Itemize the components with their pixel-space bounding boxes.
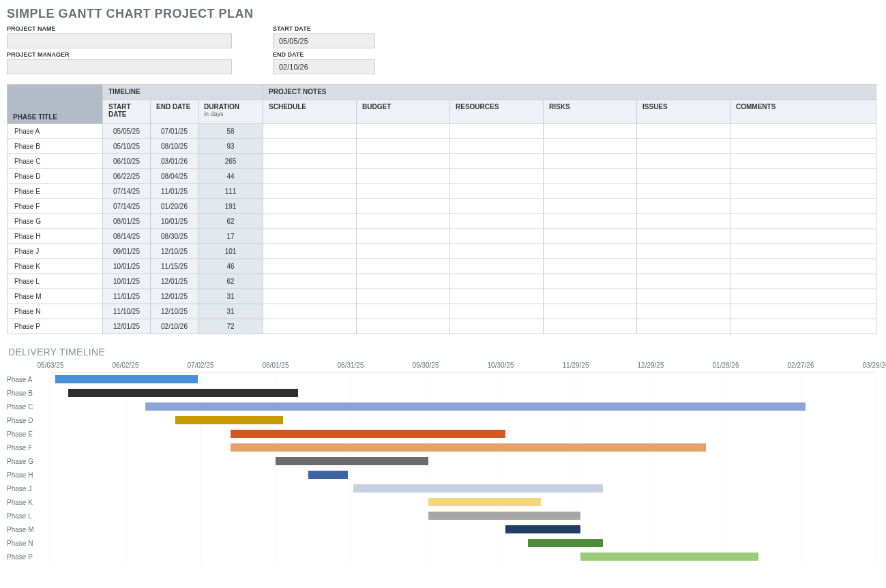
- cell-phase[interactable]: Phase D: [8, 169, 103, 184]
- cell-phase[interactable]: Phase F: [8, 199, 103, 214]
- gantt-bar[interactable]: [353, 484, 604, 493]
- cell-resources[interactable]: [450, 244, 544, 259]
- cell-phase[interactable]: Phase B: [8, 139, 103, 154]
- cell-start[interactable]: 05/10/25: [103, 139, 151, 154]
- cell-budget[interactable]: [357, 289, 450, 304]
- table-row[interactable]: Phase B05/10/2508/10/2593: [8, 139, 876, 154]
- cell-risks[interactable]: [544, 304, 637, 319]
- table-row[interactable]: Phase N11/10/2512/10/2531: [8, 304, 876, 319]
- cell-budget[interactable]: [357, 274, 450, 289]
- cell-comments[interactable]: [730, 319, 876, 334]
- cell-phase[interactable]: Phase E: [8, 184, 103, 199]
- table-row[interactable]: Phase D06/22/2508/04/2544: [8, 169, 876, 184]
- cell-phase[interactable]: Phase K: [8, 259, 103, 274]
- cell-budget[interactable]: [357, 229, 450, 244]
- cell-risks[interactable]: [544, 139, 637, 154]
- gantt-bar[interactable]: [175, 416, 283, 424]
- table-row[interactable]: Phase G08/01/2510/01/2562: [8, 214, 876, 229]
- cell-comments[interactable]: [730, 184, 876, 199]
- cell-duration[interactable]: 31: [198, 289, 263, 304]
- cell-resources[interactable]: [450, 214, 544, 229]
- cell-schedule[interactable]: [263, 199, 357, 214]
- cell-schedule[interactable]: [263, 259, 357, 274]
- cell-issues[interactable]: [637, 169, 730, 184]
- cell-issues[interactable]: [637, 229, 730, 244]
- cell-schedule[interactable]: [263, 304, 357, 319]
- cell-risks[interactable]: [544, 289, 637, 304]
- table-row[interactable]: Phase M11/01/2512/01/2531: [8, 289, 876, 304]
- cell-comments[interactable]: [730, 259, 876, 274]
- table-row[interactable]: Phase K10/01/2511/15/2546: [8, 259, 876, 274]
- cell-risks[interactable]: [544, 184, 637, 199]
- cell-end[interactable]: 12/10/25: [151, 304, 198, 319]
- cell-end[interactable]: 12/01/25: [151, 274, 198, 289]
- cell-start[interactable]: 11/01/25: [103, 289, 151, 304]
- cell-start[interactable]: 06/22/25: [103, 169, 151, 184]
- cell-schedule[interactable]: [263, 154, 357, 169]
- cell-issues[interactable]: [637, 274, 730, 289]
- cell-issues[interactable]: [637, 259, 730, 274]
- cell-start[interactable]: 09/01/25: [103, 244, 151, 259]
- gantt-bar[interactable]: [68, 389, 298, 397]
- cell-issues[interactable]: [637, 154, 730, 169]
- cell-start[interactable]: 10/01/25: [103, 259, 151, 274]
- cell-budget[interactable]: [357, 244, 450, 259]
- cell-end[interactable]: 12/10/25: [151, 244, 198, 259]
- cell-start[interactable]: 07/14/25: [103, 199, 151, 214]
- cell-resources[interactable]: [450, 169, 544, 184]
- cell-schedule[interactable]: [263, 229, 357, 244]
- project-name-input[interactable]: [7, 33, 232, 48]
- cell-end[interactable]: 07/01/25: [151, 124, 198, 139]
- table-row[interactable]: Phase J09/01/2512/10/25101: [8, 244, 876, 259]
- cell-resources[interactable]: [450, 259, 544, 274]
- cell-comments[interactable]: [730, 214, 876, 229]
- cell-resources[interactable]: [450, 124, 544, 139]
- cell-phase[interactable]: Phase N: [8, 304, 103, 319]
- cell-end[interactable]: 11/01/25: [151, 184, 198, 199]
- cell-duration[interactable]: 265: [198, 154, 263, 169]
- cell-risks[interactable]: [544, 229, 637, 244]
- gantt-bar[interactable]: [428, 512, 581, 520]
- cell-start[interactable]: 10/01/25: [103, 274, 151, 289]
- cell-end[interactable]: 10/01/25: [151, 214, 198, 229]
- cell-risks[interactable]: [544, 154, 637, 169]
- cell-comments[interactable]: [730, 199, 876, 214]
- start-date-input[interactable]: 05/05/25: [273, 33, 375, 48]
- cell-budget[interactable]: [357, 304, 450, 319]
- cell-risks[interactable]: [544, 259, 637, 274]
- table-row[interactable]: Phase P12/01/2502/10/2672: [8, 319, 876, 334]
- cell-phase[interactable]: Phase P: [8, 319, 103, 334]
- gantt-bar[interactable]: [528, 539, 603, 547]
- gantt-bar[interactable]: [276, 457, 428, 465]
- cell-resources[interactable]: [450, 304, 544, 319]
- cell-end[interactable]: 01/20/26: [151, 199, 198, 214]
- project-manager-input[interactable]: [7, 59, 232, 74]
- cell-risks[interactable]: [544, 274, 637, 289]
- cell-budget[interactable]: [357, 169, 450, 184]
- cell-schedule[interactable]: [263, 214, 357, 229]
- cell-duration[interactable]: 191: [198, 199, 263, 214]
- cell-comments[interactable]: [730, 124, 876, 139]
- cell-schedule[interactable]: [263, 289, 357, 304]
- cell-comments[interactable]: [730, 244, 876, 259]
- cell-budget[interactable]: [357, 124, 450, 139]
- cell-schedule[interactable]: [263, 274, 357, 289]
- table-row[interactable]: Phase F07/14/2501/20/26191: [8, 199, 876, 214]
- cell-budget[interactable]: [357, 259, 450, 274]
- table-row[interactable]: Phase E07/14/2511/01/25111: [8, 184, 876, 199]
- cell-start[interactable]: 12/01/25: [103, 319, 151, 334]
- cell-risks[interactable]: [544, 319, 637, 334]
- table-row[interactable]: Phase H08/14/2508/30/2517: [8, 229, 876, 244]
- cell-resources[interactable]: [450, 139, 544, 154]
- cell-schedule[interactable]: [263, 244, 357, 259]
- cell-issues[interactable]: [637, 184, 730, 199]
- cell-budget[interactable]: [357, 184, 450, 199]
- gantt-bar[interactable]: [231, 443, 706, 452]
- cell-resources[interactable]: [450, 199, 544, 214]
- cell-comments[interactable]: [730, 289, 876, 304]
- cell-phase[interactable]: Phase A: [8, 124, 103, 139]
- cell-issues[interactable]: [637, 124, 730, 139]
- cell-risks[interactable]: [544, 124, 637, 139]
- cell-schedule[interactable]: [263, 319, 357, 334]
- gantt-bar[interactable]: [308, 471, 349, 479]
